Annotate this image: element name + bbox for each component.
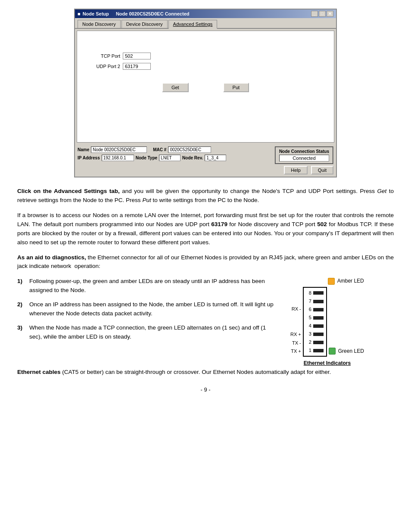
tcp-port-input[interactable] bbox=[123, 53, 151, 59]
status-title: Node Connection Status bbox=[279, 149, 329, 154]
action-buttons: Get Put bbox=[86, 83, 325, 92]
node-icon: ■ bbox=[78, 11, 81, 16]
put-italic: Put bbox=[142, 197, 151, 203]
amber-led-row: Amber LED bbox=[290, 277, 364, 285]
pin-bar-7 bbox=[313, 300, 324, 303]
tab-node-discovery[interactable]: Node Discovery bbox=[78, 20, 121, 28]
content-body: Click on the Advanced Settings tab, and … bbox=[17, 187, 394, 394]
pin-2: 2 bbox=[306, 339, 324, 346]
tcp-bold: 502 bbox=[317, 221, 327, 227]
ip-input[interactable] bbox=[102, 155, 134, 161]
paragraph-1: Click on the Advanced Settings tab, and … bbox=[17, 187, 394, 205]
page-number: - 9 - bbox=[17, 386, 394, 394]
quit-button[interactable]: Quit bbox=[311, 166, 333, 174]
pin-3: 3 bbox=[306, 330, 324, 338]
node-setup-window: ■ Node Setup Node 0020C525D0EC Connected… bbox=[74, 9, 337, 177]
window-body: TCP Port UDP Port 2 Get Put bbox=[77, 31, 334, 143]
name-input[interactable] bbox=[91, 146, 147, 153]
put-button[interactable]: Put bbox=[223, 83, 249, 92]
green-led-label: Green LED bbox=[338, 347, 364, 355]
numbered-list: 1) Following power-up, the green and amb… bbox=[17, 277, 277, 342]
name-row: Name MAC # bbox=[78, 146, 226, 153]
pin-1: 1 bbox=[306, 347, 324, 354]
window-footer: Name MAC # IP Address Node Type Node Rev… bbox=[75, 144, 336, 177]
pin-bar-8 bbox=[313, 291, 324, 295]
node-rev-label: Node Rev. bbox=[182, 156, 203, 160]
tcp-port-row: TCP Port bbox=[86, 53, 325, 59]
close-button[interactable]: ✕ bbox=[327, 11, 333, 17]
diagram-col: Amber LED RX - RX + TX - TX + bbox=[290, 277, 394, 368]
help-button[interactable]: Help bbox=[284, 166, 308, 174]
tab-advanced-settings[interactable]: Advanced Settings bbox=[168, 20, 218, 29]
node-rev-input[interactable] bbox=[205, 155, 226, 161]
footer-buttons: Help Quit bbox=[284, 166, 333, 174]
ip-row: IP Address Node Type Node Rev. bbox=[78, 155, 226, 161]
restore-button[interactable]: □ bbox=[319, 11, 326, 17]
para4-rest: (CAT5 or better) can be straight-through… bbox=[61, 369, 331, 375]
mac-label: MAC # bbox=[153, 147, 166, 152]
tcp-port-label: TCP Port bbox=[86, 53, 120, 59]
pin-bar-1 bbox=[313, 349, 324, 352]
window-subtitle: Node 0020C525D0EC Connected bbox=[116, 11, 190, 16]
pin-bar-6 bbox=[313, 308, 324, 311]
udp-port-label: UDP Port 2 bbox=[86, 64, 120, 69]
pin-6: 6 bbox=[306, 306, 324, 313]
list-item-2: 2) Once an IP address has been assigned … bbox=[17, 300, 277, 318]
pins-section: RX - RX + TX - TX + 8 bbox=[290, 287, 364, 357]
list-diagram-row: 1) Following power-up, the green and amb… bbox=[17, 277, 394, 368]
pin-rows: 8 7 6 5 bbox=[306, 289, 324, 354]
ip-label: IP Address bbox=[78, 156, 100, 160]
para4-bold: Ethernet cables bbox=[17, 369, 61, 375]
para3-bold: As an aid to diagnostics, bbox=[17, 254, 86, 261]
pin-bar-5 bbox=[313, 316, 324, 320]
pin-bar-3 bbox=[313, 333, 324, 336]
amber-led-label: Amber LED bbox=[337, 277, 364, 285]
pin-bar-2 bbox=[313, 341, 324, 344]
node-status-box: Node Connection Status Connected bbox=[275, 146, 333, 164]
left-pin-labels: RX - RX + TX - TX + bbox=[290, 287, 301, 357]
list-items-col: 1) Following power-up, the green and amb… bbox=[17, 277, 277, 348]
amber-led-indicator bbox=[328, 278, 335, 285]
get-italic: Get bbox=[377, 188, 386, 194]
udp-port-row: UDP Port 2 bbox=[86, 63, 325, 70]
pin-bar-4 bbox=[313, 324, 324, 328]
node-type-label: Node Type bbox=[136, 156, 157, 160]
list-item-3: 3) When the Node has made a TCP connecti… bbox=[17, 324, 277, 342]
pin-7: 7 bbox=[306, 298, 324, 305]
tab-device-discovery[interactable]: Device Discovery bbox=[121, 20, 168, 28]
get-button[interactable]: Get bbox=[162, 83, 189, 92]
node-type-input[interactable] bbox=[159, 155, 181, 161]
para1-bold: Click on the Advanced Settings tab, bbox=[17, 188, 120, 194]
pin-box: 8 7 6 5 bbox=[303, 287, 327, 357]
name-label: Name bbox=[78, 147, 89, 152]
minimize-button[interactable]: _ bbox=[311, 11, 318, 17]
udp-bold: 63179 bbox=[211, 221, 227, 227]
tab-bar: Node Discovery Device Discovery Advanced… bbox=[75, 18, 336, 29]
paragraph-3-intro: As an aid to diagnostics, the Ethernet c… bbox=[17, 253, 394, 271]
status-value: Connected bbox=[279, 155, 329, 162]
green-led-indicator bbox=[329, 348, 336, 355]
green-led-row: Green LED bbox=[329, 347, 364, 355]
udp-port-input[interactable] bbox=[123, 63, 151, 70]
window-controls: _ □ ✕ bbox=[311, 11, 333, 17]
pin-8: 8 bbox=[306, 289, 324, 297]
list-item-1: 1) Following power-up, the green and amb… bbox=[17, 277, 277, 295]
pin-4: 4 bbox=[306, 322, 324, 330]
footer-right: Node Connection Status Connected Help Qu… bbox=[275, 146, 333, 174]
diagram-title: Ethernet Indicators bbox=[290, 359, 364, 367]
window-titlebar: ■ Node Setup Node 0020C525D0EC Connected… bbox=[75, 9, 336, 18]
paragraph-2: If a browser is to access our Nodes on a… bbox=[17, 211, 394, 247]
window-title: Node Setup bbox=[83, 11, 109, 16]
pin-5: 5 bbox=[306, 314, 324, 321]
mac-input[interactable] bbox=[168, 146, 211, 153]
paragraph-4: Ethernet cables (CAT5 or better) can be … bbox=[17, 368, 394, 377]
titlebar-left: ■ Node Setup Node 0020C525D0EC Connected bbox=[78, 11, 189, 16]
ethernet-diagram: Amber LED RX - RX + TX - TX + bbox=[290, 277, 364, 367]
right-led-area: Green LED bbox=[329, 287, 364, 357]
